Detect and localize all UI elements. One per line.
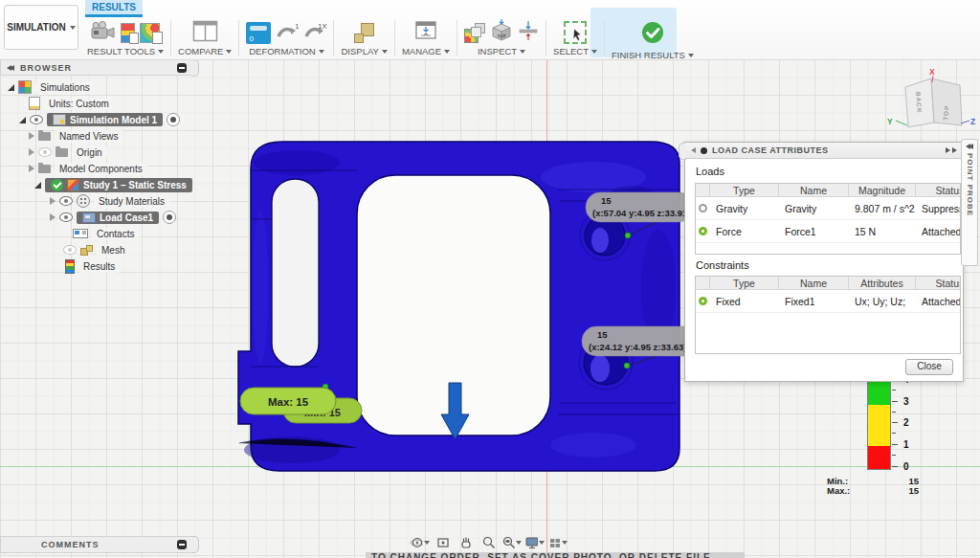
workspace-switcher-button[interactable]: SIMULATION: [4, 5, 78, 50]
measure-button[interactable]: [518, 20, 539, 46]
result-contour-button[interactable]: [140, 23, 160, 43]
expander-closed-icon[interactable]: [29, 148, 34, 156]
expander-closed-icon[interactable]: [29, 165, 34, 172]
study-icon: [67, 179, 79, 191]
compare-menu[interactable]: COMPARE: [178, 46, 232, 56]
axis-z-label: Z: [970, 117, 975, 126]
tree-item-mesh[interactable]: Mesh: [63, 242, 129, 257]
manage-button[interactable]: [414, 20, 437, 45]
tab-results[interactable]: RESULTS: [85, 0, 143, 17]
comments-panel-header[interactable]: COMMENTS: [0, 536, 193, 553]
tree-item-contacts[interactable]: Contacts: [73, 226, 139, 241]
expander-closed-icon[interactable]: [50, 197, 56, 205]
deformation-actual-button[interactable]: 1X: [303, 22, 326, 44]
dropdown-caret-icon: [226, 50, 232, 54]
compare-button[interactable]: [192, 20, 218, 46]
view-cube[interactable]: BACK TOP X Y Z: [887, 67, 975, 127]
select-button[interactable]: [564, 21, 587, 44]
orbit-button[interactable]: [410, 533, 430, 552]
tree-item-simulation-model-1[interactable]: Simulation Model 1: [19, 112, 180, 127]
deformation-menu[interactable]: DEFORMATION: [249, 46, 324, 56]
toolbar: SIMULATION RESULTS RESULT TOOLS: [0, 0, 980, 60]
load-row-gravity[interactable]: Gravity Gravity 9.807 m / s^2 Suppressed: [696, 197, 961, 220]
animate-results-button[interactable]: [91, 21, 116, 45]
expander-closed-icon[interactable]: [50, 213, 56, 221]
dropdown-caret-icon: [520, 50, 525, 54]
comments-panel-grip[interactable]: [191, 536, 199, 553]
display-menu[interactable]: DISPLAY: [341, 46, 387, 56]
result-color-scale: [867, 377, 891, 470]
folder-icon: [38, 132, 51, 141]
visibility-eye-icon[interactable]: [59, 212, 73, 222]
tree-item-results[interactable]: Results: [65, 258, 120, 274]
tree-item-model-components[interactable]: Model Components: [29, 161, 147, 176]
constraint-row-fixed[interactable]: Fixed Fixed1 Ux; Uy; Uz; Attached: [696, 290, 961, 313]
deformation-adjusted-button[interactable]: 1: [276, 22, 299, 44]
tree-item-study-1[interactable]: Study 1 – Static Stress: [34, 177, 192, 192]
inspect-results-button[interactable]: [464, 23, 485, 43]
close-button[interactable]: Close: [905, 359, 953, 375]
scale-yellow: [868, 405, 890, 446]
inspect-menu[interactable]: INSPECT: [478, 46, 525, 56]
group-compare: COMPARE: [173, 17, 236, 58]
visibility-eye-off-icon[interactable]: [38, 147, 52, 157]
select-menu[interactable]: SELECT: [553, 46, 597, 56]
expander-closed-icon[interactable]: [29, 132, 34, 140]
panel-options-icon[interactable]: [177, 63, 187, 73]
browser-panel-header[interactable]: BROWSER: [0, 59, 193, 76]
solved-check-icon: [51, 179, 63, 191]
expander-open-icon[interactable]: [19, 117, 26, 123]
point-probe-button[interactable]: xyz: [490, 19, 513, 46]
zoom-window-button[interactable]: [501, 533, 522, 552]
units-document-icon: [29, 97, 40, 110]
dialog-title: LOAD CASE ATTRIBUTES: [712, 145, 941, 155]
point-probe-tab[interactable]: POINT PROBE: [961, 139, 978, 266]
visibility-eye-icon[interactable]: [59, 196, 73, 206]
dialog-dot-icon: [701, 147, 707, 154]
results-icon: [65, 259, 75, 274]
visibility-eye-off-icon[interactable]: [63, 245, 77, 255]
tree-item-named-views[interactable]: Named Views: [29, 128, 123, 144]
dropdown-caret-icon: [382, 50, 388, 54]
display-settings-button[interactable]: [524, 533, 545, 552]
app-window: Min: 15 Max: 15 15 (x:57.04 y:4.95 z:33.…: [0, 0, 980, 558]
deformation-scale-value: 0: [249, 34, 253, 43]
scale-green: [868, 378, 890, 405]
group-deformation: 0 1 1X DEFORMATION: [241, 17, 331, 58]
look-at-button[interactable]: [433, 533, 453, 552]
display-style-button[interactable]: [354, 23, 375, 43]
manage-menu[interactable]: MANAGE: [402, 46, 450, 56]
deformation-scale-button[interactable]: 0: [246, 22, 271, 44]
finish-results-menu[interactable]: FINISH RESULTS: [612, 50, 694, 60]
simulations-icon: [18, 80, 32, 94]
expander-open-icon[interactable]: [8, 84, 14, 91]
expander-open-icon[interactable]: [34, 182, 41, 189]
browser-panel-grip[interactable]: [191, 59, 199, 77]
finish-results-button[interactable]: [639, 19, 666, 50]
svg-text:Max: 15: Max: 15: [268, 396, 309, 408]
tree-item-origin[interactable]: Origin: [29, 145, 107, 160]
group-finish-results: FINISH RESULTS: [607, 17, 699, 58]
mesh-icon: [80, 245, 93, 256]
group-inspect: xyz INSPECT: [459, 17, 544, 58]
result-tools-menu[interactable]: RESULT TOOLS: [87, 46, 164, 56]
dropdown-caret-icon: [539, 541, 545, 545]
scale-tick-2: 2: [903, 417, 909, 428]
navigation-bar: [410, 532, 568, 553]
tree-item-load-case1[interactable]: Load Case1: [50, 210, 176, 225]
active-load-case-radio[interactable]: [163, 211, 176, 224]
grid-snaps-button[interactable]: [547, 533, 568, 552]
dialog-titlebar[interactable]: LOAD CASE ATTRIBUTES: [685, 143, 963, 159]
pan-button[interactable]: [456, 533, 476, 552]
tree-item-units[interactable]: Units: Custom: [29, 96, 114, 111]
tree-item-study-materials[interactable]: Study Materials: [50, 193, 169, 209]
panel-options-icon[interactable]: [177, 540, 187, 549]
visibility-eye-icon[interactable]: [30, 115, 43, 124]
result-plot-button[interactable]: [121, 23, 135, 43]
zoom-button[interactable]: [479, 533, 499, 552]
load-case-attributes-dialog: LOAD CASE ATTRIBUTES Loads Type Name Mag…: [684, 142, 964, 382]
active-model-radio[interactable]: [167, 113, 180, 126]
load-row-force[interactable]: Force Force1 15 N Attached: [696, 220, 961, 243]
svg-text:15: 15: [597, 329, 608, 340]
tree-item-simulations[interactable]: Simulations: [8, 79, 95, 95]
